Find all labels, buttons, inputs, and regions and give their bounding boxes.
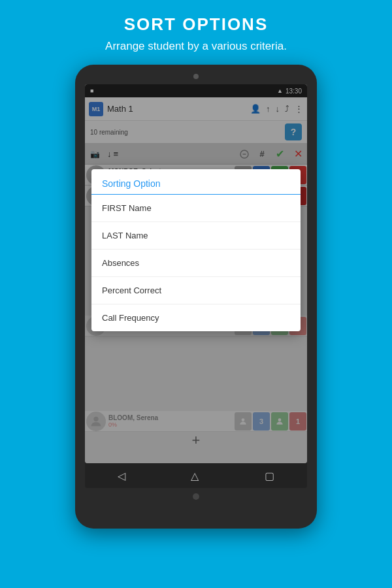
dialog-title: Sorting Option — [91, 169, 301, 195]
tablet-screen: ■ ▲ 13:30 M1 Math 1 👤 ↑ ↓ ⤴ ⋮ 10 remaini… — [85, 84, 307, 463]
home-indicator — [193, 493, 199, 500]
option-first-name[interactable]: FIRST Name — [91, 195, 301, 222]
home-button[interactable]: △ — [191, 470, 199, 482]
page-title: SORT OPTIONS — [124, 14, 268, 35]
recent-button[interactable]: ▢ — [265, 470, 274, 482]
tablet-camera — [193, 74, 199, 79]
option-percent-correct[interactable]: Percent Correct — [91, 277, 301, 304]
option-last-name[interactable]: LAST Name — [91, 222, 301, 250]
page-subtitle: Arrange student by a various criteria. — [105, 40, 287, 53]
tablet-device: ■ ▲ 13:30 M1 Math 1 👤 ↑ ↓ ⤴ ⋮ 10 remaini… — [75, 65, 317, 529]
option-absences[interactable]: Absences — [91, 250, 301, 277]
bottom-nav: ◁ △ ▢ — [85, 463, 307, 488]
sort-dialog: Sorting Option FIRST Name LAST Name Abse… — [91, 169, 301, 331]
back-button[interactable]: ◁ — [118, 470, 125, 482]
option-call-frequency[interactable]: Call Frequency — [91, 304, 301, 331]
